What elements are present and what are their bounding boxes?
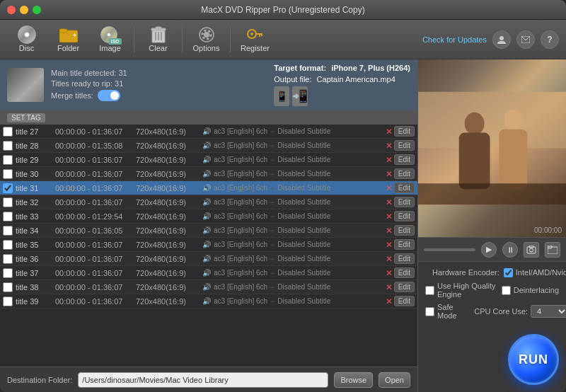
dest-path-input[interactable] bbox=[78, 372, 328, 388]
remove-icon[interactable]: ✕ bbox=[386, 183, 393, 193]
user-icon-button[interactable] bbox=[492, 30, 511, 49]
row-sep: ÷ bbox=[270, 212, 275, 221]
row-checkbox[interactable] bbox=[3, 268, 13, 278]
row-checkbox[interactable] bbox=[3, 155, 13, 165]
table-row[interactable]: title 32 00:00:00 - 01:36:07 720x480(16:… bbox=[0, 195, 417, 209]
table-row[interactable]: title 37 00:00:00 - 01:36:07 720x480(16:… bbox=[0, 266, 417, 280]
help-icon-button[interactable]: ? bbox=[541, 30, 559, 49]
remove-icon[interactable]: ✕ bbox=[386, 197, 393, 207]
svg-rect-22 bbox=[459, 133, 490, 190]
edit-button[interactable]: Edit bbox=[394, 197, 415, 207]
row-checkbox[interactable] bbox=[3, 141, 13, 151]
row-title: title 29 bbox=[16, 156, 52, 164]
register-label: Register bbox=[241, 44, 270, 52]
minimize-button[interactable] bbox=[20, 6, 28, 14]
toolbar-right: Check for Updates ? bbox=[422, 30, 559, 49]
remove-icon[interactable]: ✕ bbox=[386, 282, 393, 292]
volume-icon: 🔊 bbox=[202, 283, 211, 291]
edit-button[interactable]: Edit bbox=[394, 140, 415, 151]
image-button[interactable]: ISO Image bbox=[91, 23, 129, 56]
table-row[interactable]: title 36 00:00:00 - 01:36:07 720x480(16:… bbox=[0, 252, 417, 266]
remove-icon[interactable]: ✕ bbox=[386, 268, 393, 278]
row-checkbox[interactable] bbox=[3, 296, 13, 306]
row-checkbox[interactable] bbox=[3, 183, 13, 193]
edit-button[interactable]: Edit bbox=[394, 126, 415, 137]
table-row[interactable]: title 34 00:00:00 - 01:36:05 720x480(16:… bbox=[0, 224, 417, 238]
row-resolution: 720x480(16:9) bbox=[136, 170, 200, 178]
edit-button[interactable]: Edit bbox=[394, 154, 415, 165]
preview-progress-bar[interactable] bbox=[424, 248, 475, 251]
play-button[interactable]: ▶ bbox=[481, 242, 497, 258]
row-checkbox[interactable] bbox=[3, 226, 13, 236]
remove-icon[interactable]: ✕ bbox=[386, 226, 393, 236]
remove-icon[interactable]: ✕ bbox=[386, 254, 393, 264]
target-format-label: Target format: bbox=[274, 64, 326, 72]
row-checkbox[interactable] bbox=[3, 254, 13, 264]
options-button[interactable]: Options bbox=[187, 23, 226, 56]
svg-point-23 bbox=[504, 110, 522, 131]
table-row[interactable]: title 39 00:00:00 - 01:36:07 720x480(16:… bbox=[0, 294, 417, 309]
edit-button[interactable]: Edit bbox=[394, 253, 415, 264]
edit-button[interactable]: Edit bbox=[394, 282, 415, 292]
edit-button[interactable]: Edit bbox=[394, 211, 415, 221]
settag-button[interactable]: SET TAG bbox=[7, 113, 45, 122]
open-button[interactable]: Open bbox=[379, 372, 410, 388]
row-checkbox[interactable] bbox=[3, 127, 13, 137]
table-row[interactable]: title 29 00:00:00 - 01:36:07 720x480(16:… bbox=[0, 153, 417, 167]
table-row[interactable]: title 28 00:00:00 - 01:35:08 720x480(16:… bbox=[0, 139, 417, 153]
run-button[interactable]: RUN bbox=[508, 334, 559, 385]
row-checkbox[interactable] bbox=[3, 282, 13, 292]
pause-button[interactable]: ⏸ bbox=[502, 242, 518, 258]
remove-icon[interactable]: ✕ bbox=[386, 240, 393, 250]
titlebar: MacX DVD Ripper Pro (Unregistered Copy) bbox=[0, 0, 566, 20]
high-quality-checkbox[interactable] bbox=[425, 286, 434, 295]
safemode-row: Safe Mode CPU Core Use: 4123Auto bbox=[425, 303, 559, 320]
remove-icon[interactable]: ✕ bbox=[386, 141, 393, 151]
remove-icon[interactable]: ✕ bbox=[386, 296, 393, 306]
remove-icon[interactable]: ✕ bbox=[386, 169, 393, 179]
deinterlacing-checkbox[interactable] bbox=[502, 286, 511, 295]
table-row[interactable]: title 31 00:00:00 - 01:36:07 720x480(16:… bbox=[0, 181, 417, 195]
screenshot-button[interactable] bbox=[524, 242, 539, 258]
maximize-button[interactable] bbox=[33, 6, 41, 14]
disc-button[interactable]: Disc bbox=[7, 23, 46, 56]
table-row[interactable]: title 27 00:00:00 - 01:36:07 720x480(16:… bbox=[0, 125, 417, 139]
table-row[interactable]: title 35 00:00:00 - 01:36:07 720x480(16:… bbox=[0, 238, 417, 252]
close-button[interactable] bbox=[7, 6, 16, 14]
folder-open-button[interactable] bbox=[545, 242, 560, 258]
folder-button[interactable]: + Folder bbox=[49, 23, 88, 56]
table-row[interactable]: title 33 00:00:00 - 01:29:54 720x480(16:… bbox=[0, 209, 417, 224]
row-checkbox[interactable] bbox=[3, 212, 13, 221]
table-row[interactable]: title 30 00:00:00 - 01:36:07 720x480(16:… bbox=[0, 167, 417, 181]
svg-rect-25 bbox=[418, 183, 566, 204]
remove-icon[interactable]: ✕ bbox=[386, 155, 393, 165]
remove-icon[interactable]: ✕ bbox=[386, 212, 393, 221]
row-checkbox[interactable] bbox=[3, 197, 13, 207]
edit-button[interactable]: Edit bbox=[394, 267, 415, 278]
safe-mode-checkbox[interactable] bbox=[425, 307, 434, 316]
clear-button[interactable]: Clear bbox=[139, 23, 178, 56]
row-checkbox[interactable] bbox=[3, 169, 13, 179]
email-icon-button[interactable] bbox=[516, 30, 535, 49]
row-resolution: 720x480(16:9) bbox=[136, 184, 200, 192]
edit-button[interactable]: Edit bbox=[394, 239, 415, 250]
row-checkbox[interactable] bbox=[3, 240, 13, 250]
remove-icon[interactable]: ✕ bbox=[386, 127, 393, 137]
main-title-detected: Main title detected: 31 bbox=[51, 69, 127, 77]
hw-encoder-checkbox[interactable] bbox=[504, 268, 513, 277]
edit-button[interactable]: Edit bbox=[394, 168, 415, 179]
edit-button[interactable]: Edit bbox=[394, 183, 415, 193]
cpu-core-select[interactable]: 4123Auto bbox=[531, 305, 566, 318]
row-actions: ✕ Edit bbox=[386, 197, 415, 207]
table-row[interactable]: title 38 00:00:00 - 01:36:07 720x480(16:… bbox=[0, 280, 417, 294]
image-icon: ISO bbox=[100, 27, 120, 42]
row-subtitle: Disabled Subtitle bbox=[277, 283, 383, 291]
check-updates-link[interactable]: Check for Updates bbox=[422, 35, 487, 44]
edit-button[interactable]: Edit bbox=[394, 225, 415, 236]
browse-button[interactable]: Browse bbox=[334, 372, 373, 388]
edit-button[interactable]: Edit bbox=[394, 296, 415, 306]
row-title: title 32 bbox=[16, 198, 52, 207]
merge-toggle[interactable] bbox=[98, 90, 120, 101]
register-button[interactable]: Register bbox=[235, 23, 275, 56]
high-quality-label: Use High Quality Engine bbox=[437, 282, 497, 299]
